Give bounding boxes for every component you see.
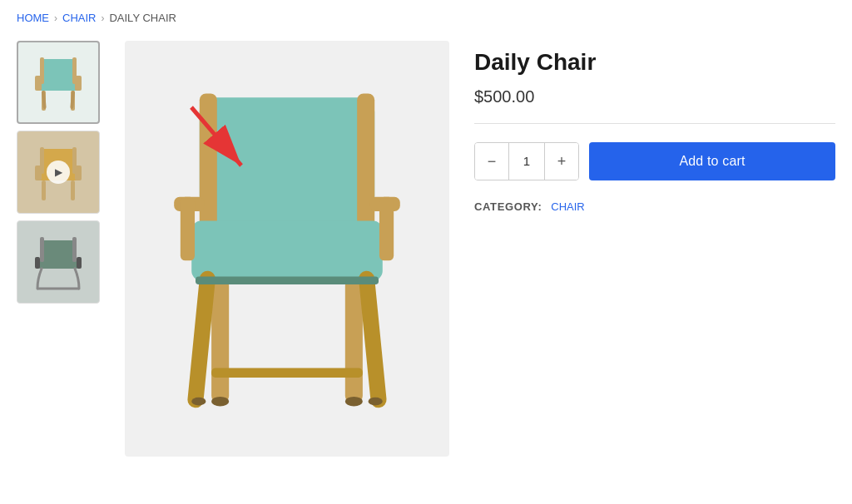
svg-rect-1 [38, 81, 78, 91]
breadcrumb-sep-2: › [101, 12, 104, 24]
main-product-image [125, 41, 449, 457]
product-price: $500.00 [474, 87, 835, 106]
thumbnail-2[interactable]: ▶ [17, 131, 100, 214]
category-label: CATEGORY: [474, 200, 542, 213]
svg-rect-26 [200, 97, 374, 225]
svg-rect-38 [211, 368, 363, 377]
svg-rect-19 [38, 260, 78, 269]
breadcrumb-home[interactable]: HOME [17, 12, 49, 24]
svg-rect-21 [77, 257, 82, 269]
svg-point-42 [191, 398, 206, 406]
breadcrumb: HOME › CHAIR › DAILY CHAIR [17, 12, 835, 24]
svg-point-40 [211, 397, 229, 406]
thumbnail-3[interactable] [17, 220, 100, 304]
quantity-increment-button[interactable]: + [545, 142, 578, 180]
svg-rect-34 [211, 279, 229, 402]
main-chair-svg [146, 66, 428, 432]
svg-rect-39 [196, 276, 379, 284]
svg-rect-35 [345, 279, 363, 402]
svg-rect-33 [379, 197, 394, 261]
svg-line-36 [196, 279, 207, 399]
thumbnail-list: ▶ [17, 41, 100, 304]
svg-rect-5 [72, 57, 77, 84]
product-title: Daily Chair [474, 49, 835, 76]
category-row: CATEGORY: CHAIR [474, 200, 835, 213]
svg-line-37 [367, 279, 379, 399]
svg-rect-14 [40, 147, 44, 174]
category-value[interactable]: CHAIR [551, 200, 584, 213]
svg-rect-4 [40, 57, 44, 84]
svg-rect-23 [72, 237, 77, 262]
quantity-value: 1 [508, 142, 545, 180]
purchase-row: − 1 + Add to cart [474, 142, 835, 180]
svg-rect-16 [42, 180, 46, 200]
svg-rect-15 [72, 147, 77, 174]
breadcrumb-chair[interactable]: CHAIR [62, 12, 96, 24]
svg-rect-32 [181, 197, 195, 261]
svg-rect-0 [40, 59, 77, 82]
svg-point-43 [369, 398, 383, 406]
breadcrumb-current: DAILY CHAIR [109, 12, 176, 24]
add-to-cart-button[interactable]: Add to cart [589, 142, 835, 180]
divider [474, 123, 835, 124]
page-wrapper: HOME › CHAIR › DAILY CHAIR [0, 0, 852, 490]
quantity-decrement-button[interactable]: − [475, 142, 508, 180]
svg-point-41 [345, 397, 363, 406]
quantity-control: − 1 + [474, 142, 579, 180]
svg-rect-22 [40, 237, 44, 262]
breadcrumb-sep-1: › [54, 12, 57, 24]
product-info: Daily Chair $500.00 − 1 + Add to cart CA… [474, 41, 835, 213]
svg-rect-18 [40, 240, 77, 262]
svg-rect-20 [35, 257, 40, 269]
svg-rect-29 [191, 221, 383, 281]
thumbnail-1[interactable] [17, 41, 100, 124]
product-layout: ▶ [17, 41, 835, 457]
play-icon: ▶ [47, 161, 70, 184]
svg-rect-17 [71, 180, 75, 200]
